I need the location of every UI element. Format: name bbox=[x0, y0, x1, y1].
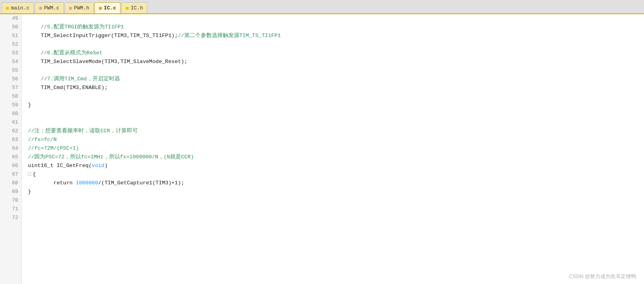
code-line-64: //fc=72M/(PSC+1) bbox=[28, 144, 644, 153]
tab-dot-ic-h bbox=[126, 7, 129, 10]
tab-ic-c[interactable]: IC.c bbox=[94, 2, 120, 13]
code-line-57: TIM_Cmd(TIM3,ENABLE); bbox=[28, 84, 644, 92]
line-number-58: 58 bbox=[0, 92, 18, 101]
code-area: 4950515253545556575859606162636465666768… bbox=[0, 14, 644, 284]
line-number-70: 70 bbox=[0, 196, 18, 205]
line-number-66: 66 bbox=[0, 161, 18, 170]
tab-label-pwm-c: PWM.c bbox=[44, 5, 59, 11]
tab-label-ic-c: IC.c bbox=[104, 5, 116, 11]
line-number-50: 50 bbox=[0, 23, 18, 32]
code-line-63: //fx=fc/N bbox=[28, 136, 644, 144]
code-line-50: //5.配置TRGI的触发源为TI1FP1 bbox=[28, 23, 644, 32]
code-line-58 bbox=[28, 92, 644, 101]
line-number-54: 54 bbox=[0, 58, 18, 66]
code-line-55 bbox=[28, 66, 644, 75]
tab-label-ic-h: IC.h bbox=[131, 5, 143, 11]
line-number-52: 52 bbox=[0, 40, 18, 49]
code-line-72 bbox=[28, 213, 644, 222]
code-line-51: TIM_SelectInputTrigger(TIM3,TIM_TS_TI1FP… bbox=[28, 32, 644, 40]
line-numbers: 4950515253545556575859606162636465666768… bbox=[0, 14, 22, 284]
tab-ic-h[interactable]: IC.h bbox=[121, 2, 147, 13]
code-line-66: uint16_t IC_GetFreq(void) bbox=[28, 161, 644, 170]
code-line-54: TIM_SelectSlaveMode(TIM3,TIM_SlaveMode_R… bbox=[28, 58, 644, 66]
line-number-55: 55 bbox=[0, 66, 18, 75]
line-number-69: 69 bbox=[0, 187, 18, 196]
code-line-65: //因为PSC=72，所以fc=1MHz，所以fx=1000000/N，(N就是… bbox=[28, 153, 644, 161]
code-content[interactable]: //5.配置TRGI的触发源为TI1FP1 TIM_SelectInputTri… bbox=[22, 14, 644, 284]
code-line-69: } bbox=[28, 187, 644, 196]
line-number-64: 64 bbox=[0, 144, 18, 153]
code-line-49 bbox=[28, 14, 644, 23]
line-number-61: 61 bbox=[0, 118, 18, 127]
line-number-68: 68 bbox=[0, 179, 18, 187]
line-number-51: 51 bbox=[0, 32, 18, 40]
line-number-63: 63 bbox=[0, 136, 18, 144]
code-line-59: } bbox=[28, 101, 644, 110]
tab-dot-main-c bbox=[6, 7, 9, 10]
code-line-67: □{ bbox=[28, 170, 644, 179]
line-number-62: 62 bbox=[0, 127, 18, 136]
tab-label-main-c: main.c bbox=[11, 5, 30, 11]
line-number-72: 72 bbox=[0, 213, 18, 222]
code-line-62: //注：想要查看频率时，读取CCR，计算即可 bbox=[28, 127, 644, 136]
line-number-65: 65 bbox=[0, 153, 18, 161]
tab-label-pwm-h: PWM.h bbox=[74, 5, 89, 11]
code-line-71 bbox=[28, 205, 644, 213]
code-line-61 bbox=[28, 118, 644, 127]
code-line-60 bbox=[28, 110, 644, 118]
tab-main-c[interactable]: main.c bbox=[2, 2, 34, 13]
line-number-59: 59 bbox=[0, 101, 18, 110]
code-line-56: //7.调用TIM_Cmd，开启定时器 bbox=[28, 75, 644, 84]
tab-dot-pwm-c bbox=[39, 7, 42, 10]
line-number-67: 67 bbox=[0, 170, 18, 179]
line-number-57: 57 bbox=[0, 84, 18, 92]
line-number-60: 60 bbox=[0, 110, 18, 118]
code-line-68: return 1000000/(TIM_GetCapture1(TIM3)+1)… bbox=[28, 179, 644, 187]
line-number-53: 53 bbox=[0, 49, 18, 58]
watermark: CSDN @努力成为焦耳定律鸭 bbox=[569, 273, 636, 280]
line-number-71: 71 bbox=[0, 205, 18, 213]
code-line-53: //6.配置从模式为ReSet bbox=[28, 49, 644, 58]
tab-dot-pwm-h bbox=[69, 7, 72, 10]
tab-pwm-c[interactable]: PWM.c bbox=[35, 2, 64, 13]
editor: 4950515253545556575859606162636465666768… bbox=[0, 14, 644, 284]
tab-dot-ic-c bbox=[99, 7, 102, 10]
tab-bar: main.c PWM.c PWM.h IC.c IC.h bbox=[0, 0, 644, 14]
line-number-56: 56 bbox=[0, 75, 18, 84]
tab-pwm-h[interactable]: PWM.h bbox=[65, 2, 94, 13]
code-line-52 bbox=[28, 40, 644, 49]
line-number-49: 49 bbox=[0, 14, 18, 23]
code-line-70 bbox=[28, 196, 644, 205]
